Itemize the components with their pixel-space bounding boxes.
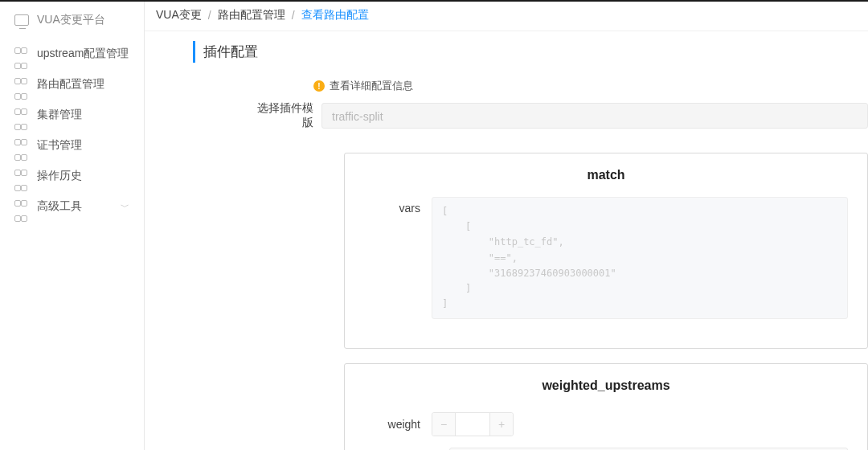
- stepper-increase-button[interactable]: +: [490, 412, 513, 436]
- sidebar-item-label: 高级工具: [37, 199, 82, 214]
- stepper-decrease-button[interactable]: −: [432, 412, 455, 436]
- template-select[interactable]: traffic-split: [321, 103, 868, 129]
- weight-label: weight: [364, 418, 420, 431]
- nav-list: upstream配置管理 路由配置管理 集群管理 证书管理 操作历史 高级工具: [0, 39, 144, 222]
- template-label: 选择插件模版: [249, 101, 313, 130]
- brand-title: VUA变更平台: [37, 13, 105, 27]
- sidebar-item-route[interactable]: 路由配置管理: [0, 69, 144, 100]
- info-tip-text: 查看详细配置信息: [330, 79, 413, 93]
- breadcrumb: VUA变更 / 路由配置管理 / 查看路由配置: [145, 0, 868, 31]
- sidebar-item-advanced[interactable]: 高级工具 ﹀: [0, 191, 144, 222]
- sidebar-item-label: upstream配置管理: [37, 47, 129, 61]
- main: VUA变更 / 路由配置管理 / 查看路由配置 插件配置 ! 查看详细配置信息 …: [145, 0, 868, 450]
- content: 插件配置 ! 查看详细配置信息 选择插件模版 traffic-split mat…: [145, 31, 868, 450]
- sidebar-item-label: 证书管理: [37, 138, 82, 153]
- grid-icon: [14, 170, 27, 182]
- top-divider: [0, 0, 868, 2]
- weight-stepper[interactable]: − +: [432, 412, 514, 436]
- weighted-upstreams-title: weighted_upstreams: [364, 378, 848, 393]
- vars-row: vars [ [ "http_tc_fd", "==", "3168923746…: [364, 197, 848, 319]
- card-section: match vars [ [ "http_tc_fd", "==", "3168…: [344, 153, 868, 450]
- crumb-sep: /: [292, 9, 295, 22]
- crumb-root[interactable]: VUA变更: [156, 8, 202, 22]
- sidebar-item-label: 操作历史: [37, 169, 82, 183]
- grid-icon: [14, 200, 27, 213]
- weight-input[interactable]: [455, 412, 490, 436]
- weighted-upstreams-card: weighted_upstreams weight − + upstream_i…: [344, 363, 868, 450]
- grid-icon: [14, 47, 27, 60]
- info-tip: ! 查看详细配置信息: [313, 79, 868, 93]
- grid-icon: [14, 139, 27, 152]
- grid-icon: [14, 108, 27, 121]
- warning-icon: !: [313, 80, 325, 92]
- sidebar-item-label: 集群管理: [37, 108, 82, 122]
- crumb-current: 查看路由配置: [301, 8, 369, 22]
- match-card-title: match: [364, 168, 848, 182]
- sidebar-item-upstream[interactable]: upstream配置管理: [0, 39, 144, 69]
- weight-row: weight − +: [364, 412, 848, 436]
- sidebar-item-label: 路由配置管理: [37, 77, 104, 92]
- match-card: match vars [ [ "http_tc_fd", "==", "3168…: [344, 153, 868, 349]
- vars-label: vars: [364, 197, 420, 215]
- crumb-route[interactable]: 路由配置管理: [218, 8, 285, 22]
- sidebar: VUA变更平台 upstream配置管理 路由配置管理 集群管理 证书管理 操作…: [0, 0, 145, 450]
- chevron-down-icon: ﹀: [121, 201, 129, 213]
- sidebar-item-cert[interactable]: 证书管理: [0, 130, 144, 161]
- crumb-sep: /: [208, 9, 211, 22]
- template-row: 选择插件模版 traffic-split: [249, 101, 868, 130]
- grid-icon: [14, 78, 27, 91]
- monitor-icon: [14, 14, 29, 26]
- sidebar-item-history[interactable]: 操作历史: [0, 161, 144, 191]
- brand: VUA变更平台: [0, 6, 144, 39]
- section-title: 插件配置: [193, 41, 868, 63]
- vars-code[interactable]: [ [ "http_tc_fd", "==", "316892374609030…: [432, 197, 848, 319]
- sidebar-item-cluster[interactable]: 集群管理: [0, 100, 144, 130]
